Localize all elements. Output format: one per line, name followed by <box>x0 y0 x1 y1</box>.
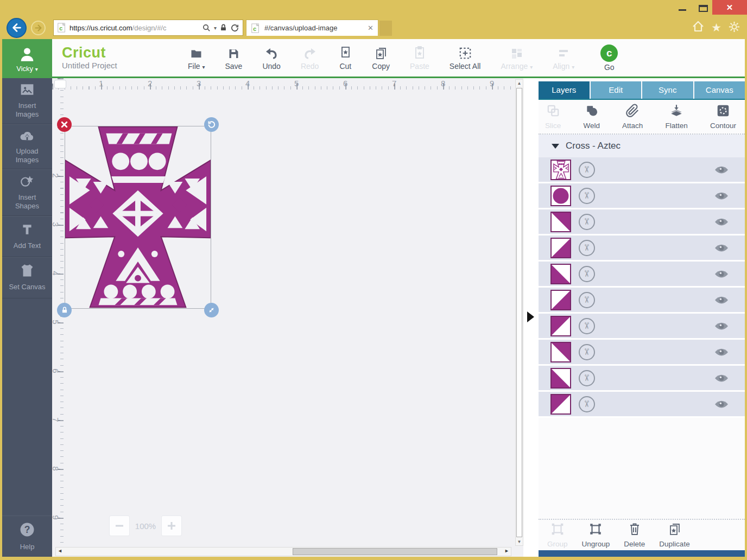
horizontal-scroll-thumb[interactable] <box>293 548 497 555</box>
cut-line-type-icon[interactable]: ✂ <box>579 292 595 308</box>
account-button[interactable]: Vicky ▾ <box>2 39 52 78</box>
layer-row[interactable]: ✂ <box>539 288 745 312</box>
layer-row[interactable]: ✂ <box>539 314 745 338</box>
new-tab-button[interactable] <box>379 21 392 36</box>
design-canvas[interactable]: 123456789 23456789 <box>52 78 523 557</box>
tab-close-icon[interactable]: ✕ <box>368 24 374 32</box>
visibility-eye-icon[interactable] <box>714 192 729 200</box>
cut-line-type-icon[interactable]: ✂ <box>579 318 595 334</box>
favorites-star-icon[interactable]: ★ <box>711 20 721 36</box>
sidebar-item-add-text[interactable]: Add Text <box>2 216 52 257</box>
visibility-eye-icon[interactable] <box>714 374 729 383</box>
layer-row[interactable]: ✂ <box>539 392 745 416</box>
selection-box[interactable] <box>65 126 211 309</box>
close-button[interactable]: ✕ <box>712 0 747 15</box>
layer-row[interactable]: ✂ <box>539 340 745 364</box>
visibility-eye-icon[interactable] <box>714 400 729 409</box>
layer-thumbnail-tri-br[interactable] <box>550 238 571 258</box>
layer-thumbnail-tri-tr[interactable] <box>550 342 571 362</box>
panel-collapse-arrow[interactable] <box>527 311 534 322</box>
home-icon[interactable] <box>692 20 705 35</box>
toolbar-select-all-button[interactable]: Select All <box>450 45 481 71</box>
sidebar-item-insert-shapes[interactable]: Insert Shapes <box>2 169 52 216</box>
vertical-scrollbar[interactable]: ▲ ▼ <box>515 79 523 546</box>
vertical-scroll-thumb[interactable] <box>516 88 522 537</box>
sidebar-item-set-canvas[interactable]: Set Canvas <box>2 257 52 298</box>
settings-gear-icon[interactable] <box>728 21 740 35</box>
cut-line-type-icon[interactable]: ✂ <box>579 162 595 178</box>
browser-tab[interactable]: c #/canvas/upload-image ✕ <box>246 20 378 36</box>
delete-handle[interactable] <box>57 117 72 132</box>
visibility-eye-icon[interactable] <box>714 166 729 174</box>
toolbar-undo-button[interactable]: Undo <box>262 45 280 71</box>
back-button[interactable] <box>7 18 27 38</box>
search-icon[interactable] <box>202 23 211 33</box>
layer-thumbnail-tri-tr[interactable] <box>550 212 571 232</box>
scroll-down-icon[interactable]: ▼ <box>516 539 523 544</box>
tab-sync[interactable]: Sync <box>642 81 693 99</box>
rotate-handle[interactable] <box>204 117 219 132</box>
layer-row[interactable]: ✂ <box>539 183 745 208</box>
toolbar-cut-button[interactable]: Cut <box>339 45 352 71</box>
cut-line-type-icon[interactable]: ✂ <box>579 370 595 386</box>
cut-line-type-icon[interactable]: ✂ <box>579 214 595 230</box>
sidebar-item-help[interactable]: ?Help <box>2 516 52 557</box>
layer-row[interactable]: ✂ <box>539 209 745 234</box>
toolbar-copy-button[interactable]: Copy <box>372 45 390 71</box>
scroll-up-icon[interactable]: ▲ <box>516 81 523 86</box>
tab-layers[interactable]: Layers <box>539 81 590 99</box>
sidebar-item-upload-images[interactable]: Upload Images <box>2 124 52 170</box>
layer-group-header[interactable]: Cross - Aztec <box>539 135 745 157</box>
zoom-in-button[interactable] <box>161 516 182 536</box>
sidebar-item-insert-images[interactable]: Insert Images <box>2 78 52 124</box>
horizontal-scrollbar[interactable]: ◄ ► <box>55 547 511 556</box>
zoom-out-button[interactable] <box>109 516 130 536</box>
weld-button[interactable]: Weld <box>583 104 600 130</box>
ungroup-button[interactable]: Ungroup <box>582 522 610 548</box>
resize-handle[interactable] <box>204 303 219 317</box>
cut-line-type-icon[interactable]: ✂ <box>579 240 595 256</box>
duplicate-button[interactable]: Duplicate <box>659 522 689 548</box>
aztec-cross-design[interactable] <box>65 126 211 308</box>
layer-row[interactable]: ✂ <box>539 157 745 182</box>
scroll-left-icon[interactable]: ◄ <box>58 548 62 553</box>
visibility-eye-icon[interactable] <box>714 244 729 252</box>
cut-line-type-icon[interactable]: ✂ <box>579 344 595 360</box>
delete-button[interactable]: Delete <box>624 522 645 548</box>
cut-line-type-icon[interactable]: ✂ <box>579 266 595 282</box>
cut-line-type-icon[interactable]: ✂ <box>579 188 595 204</box>
visibility-eye-icon[interactable] <box>714 218 729 226</box>
go-button[interactable]: c Go <box>600 44 618 72</box>
collapse-triangle-icon[interactable] <box>552 144 559 149</box>
address-bar[interactable]: c https://us.cricut.com/design/#/c ▾ <box>53 20 243 36</box>
toolbar-save-button[interactable]: Save <box>225 45 242 71</box>
minimize-button[interactable] <box>679 9 686 11</box>
layer-row[interactable]: ✂ <box>539 262 745 286</box>
visibility-eye-icon[interactable] <box>714 322 729 330</box>
layer-thumbnail-tri-bl[interactable] <box>550 368 571 389</box>
layer-row[interactable]: ✂ <box>539 236 745 260</box>
forward-button[interactable] <box>31 21 46 35</box>
tab-canvas[interactable]: Canvas <box>694 81 745 99</box>
layer-thumbnail-tri-tl[interactable] <box>550 394 571 415</box>
cut-line-type-icon[interactable]: ✂ <box>579 396 595 412</box>
tab-edit[interactable]: Edit <box>591 81 642 99</box>
layer-thumbnail-tri-br[interactable] <box>550 290 571 310</box>
flatten-button[interactable]: Flatten <box>666 104 688 130</box>
refresh-icon[interactable] <box>230 23 239 33</box>
layer-thumbnail-circle[interactable] <box>550 186 571 206</box>
layer-thumbnail-tri-bl[interactable] <box>550 264 571 284</box>
visibility-eye-icon[interactable] <box>714 296 729 304</box>
lock-handle[interactable] <box>57 303 72 317</box>
contour-button[interactable]: Contour <box>710 104 736 130</box>
maximize-button[interactable] <box>699 5 708 12</box>
visibility-eye-icon[interactable] <box>714 348 729 357</box>
visibility-eye-icon[interactable] <box>714 270 729 278</box>
chevron-down-icon[interactable]: ▾ <box>214 25 217 31</box>
scroll-right-icon[interactable]: ► <box>504 548 509 553</box>
layer-thumbnail-tri-tl[interactable] <box>550 316 571 336</box>
toolbar-file-button[interactable]: File ▾ <box>188 45 205 71</box>
attach-button[interactable]: Attach <box>622 104 643 130</box>
layer-thumbnail-cross[interactable] <box>550 160 571 180</box>
layer-row[interactable]: ✂ <box>539 366 745 390</box>
